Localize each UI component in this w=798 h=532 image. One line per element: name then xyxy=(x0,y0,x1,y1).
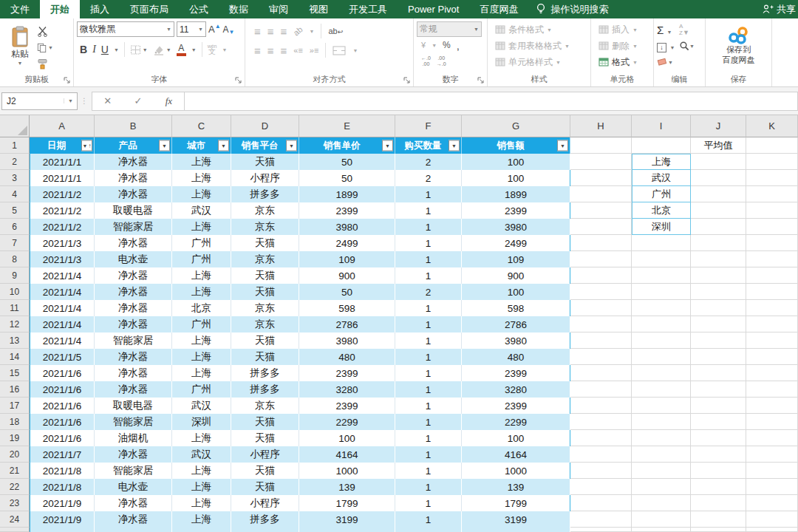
table-header-cell-产品[interactable]: 产品▼ xyxy=(95,137,172,154)
align-left-button[interactable]: ≡ xyxy=(254,44,261,57)
row-header-2[interactable]: 2 xyxy=(0,154,30,170)
cell-B4[interactable]: 净水器 xyxy=(95,186,172,202)
cell-K23[interactable] xyxy=(746,495,798,511)
cell-C4[interactable]: 上海 xyxy=(172,186,231,202)
cell-A11[interactable]: 2021/1/4 xyxy=(30,300,95,316)
cell-H17[interactable] xyxy=(570,398,632,414)
wrap-text-button[interactable]: ab↩ xyxy=(328,27,343,35)
clipboard-dialog-launcher[interactable] xyxy=(63,76,72,85)
cell-C15[interactable]: 上海 xyxy=(172,365,231,381)
cell-D11[interactable]: 京东 xyxy=(231,300,299,316)
column-header-C[interactable]: C xyxy=(172,115,231,137)
row-header-15[interactable]: 15 xyxy=(0,365,30,381)
cell-G18[interactable]: 2299 xyxy=(462,414,570,430)
cell-E6[interactable]: 3980 xyxy=(299,219,395,235)
column-header-G[interactable]: G xyxy=(462,115,570,137)
cell-I6[interactable]: 深圳 xyxy=(632,219,691,235)
cell-E19[interactable]: 100 xyxy=(299,430,395,446)
cell-E12[interactable]: 2786 xyxy=(299,316,395,332)
percent-style-button[interactable]: % xyxy=(443,40,451,50)
cell-A19[interactable]: 2021/1/6 xyxy=(30,430,95,446)
row-header-16[interactable]: 16 xyxy=(0,381,30,398)
increase-decimal-button[interactable]: ←.0.00 xyxy=(421,55,431,66)
column-header-H[interactable]: H xyxy=(570,115,632,137)
cell-C19[interactable]: 上海 xyxy=(172,430,231,446)
cell-E18[interactable]: 2299 xyxy=(299,414,395,430)
row-header-3[interactable]: 3 xyxy=(0,170,30,186)
align-right-button[interactable]: ≡ xyxy=(281,44,287,57)
cell-G20[interactable]: 4164 xyxy=(462,446,570,463)
cell-C8[interactable]: 广州 xyxy=(172,251,231,267)
cell-E3[interactable]: 50 xyxy=(299,170,395,186)
cell-I11[interactable] xyxy=(632,300,691,316)
cell-J4[interactable] xyxy=(691,186,746,202)
cell-J5[interactable] xyxy=(691,202,746,219)
cell-F20[interactable]: 1 xyxy=(395,446,462,463)
row-header-9[interactable]: 9 xyxy=(0,267,30,284)
cell-E8[interactable]: 109 xyxy=(299,251,395,267)
column-header-D[interactable]: D xyxy=(231,115,299,137)
cell-K25[interactable] xyxy=(746,528,798,532)
cell-G15[interactable]: 2399 xyxy=(462,365,570,381)
cell-E20[interactable]: 4164 xyxy=(299,446,395,463)
cell-H24[interactable] xyxy=(570,511,632,528)
cell-H14[interactable] xyxy=(570,349,632,365)
cell-K5[interactable] xyxy=(746,202,798,219)
cell-I9[interactable] xyxy=(632,267,691,284)
cell-J18[interactable] xyxy=(691,414,746,430)
cell-F19[interactable]: 1 xyxy=(395,430,462,446)
cell-G22[interactable]: 139 xyxy=(462,479,570,495)
cell-B16[interactable]: 净水器 xyxy=(95,381,172,398)
cell-E9[interactable]: 900 xyxy=(299,267,395,284)
cell-G11[interactable]: 598 xyxy=(462,300,570,316)
cell-F3[interactable]: 2 xyxy=(395,170,462,186)
cell-J9[interactable] xyxy=(691,267,746,284)
cell-B2[interactable]: 净水器 xyxy=(95,154,172,170)
column-header-A[interactable]: A xyxy=(30,115,95,137)
cell-F7[interactable]: 1 xyxy=(395,235,462,251)
cell-G21[interactable]: 1000 xyxy=(462,463,570,479)
number-format-combo[interactable]: 常规 ▼ xyxy=(417,21,482,37)
cell-K3[interactable] xyxy=(746,170,798,186)
format-painter-button[interactable] xyxy=(37,57,53,70)
cell-I17[interactable] xyxy=(632,398,691,414)
cell-G25[interactable] xyxy=(462,528,570,532)
filter-button-产品[interactable]: ▼ xyxy=(159,140,170,151)
cell-A20[interactable]: 2021/1/7 xyxy=(30,446,95,463)
styles-buttons-1[interactable]: 套用表格格式▼ xyxy=(491,38,587,54)
tab-百度网盘[interactable]: 百度网盘 xyxy=(469,0,528,18)
cell-D10[interactable]: 天猫 xyxy=(231,284,299,300)
cell-F12[interactable]: 1 xyxy=(395,316,462,332)
cell-D8[interactable]: 京东 xyxy=(231,251,299,267)
cell-D13[interactable]: 天猫 xyxy=(231,332,299,349)
cell-G19[interactable]: 100 xyxy=(462,430,570,446)
cell-D7[interactable]: 天猫 xyxy=(231,235,299,251)
cell-A24[interactable]: 2021/1/9 xyxy=(30,511,95,528)
cell-B25[interactable] xyxy=(95,528,172,532)
comma-style-button[interactable]: , xyxy=(457,39,460,52)
filter-button-购买数量[interactable]: ▼ xyxy=(449,140,460,151)
cell-D14[interactable]: 天猫 xyxy=(231,349,299,365)
cell-E16[interactable]: 3280 xyxy=(299,381,395,398)
cell-K16[interactable] xyxy=(746,381,798,398)
cell-B6[interactable]: 智能家居 xyxy=(95,219,172,235)
row-header-25[interactable] xyxy=(0,528,30,532)
table-header-cell-销售平台[interactable]: 销售平台▼ xyxy=(231,137,299,154)
cell-E22[interactable]: 139 xyxy=(299,479,395,495)
cell-C14[interactable]: 上海 xyxy=(172,349,231,365)
row-header-21[interactable]: 21 xyxy=(0,463,30,479)
cell-E4[interactable]: 1899 xyxy=(299,186,395,202)
row-header-5[interactable]: 5 xyxy=(0,202,30,219)
cell-C13[interactable]: 上海 xyxy=(172,332,231,349)
cell-J12[interactable] xyxy=(691,316,746,332)
cell-B7[interactable]: 净水器 xyxy=(95,235,172,251)
tab-Power Pivot[interactable]: Power Pivot xyxy=(398,0,469,18)
cell-G5[interactable]: 2399 xyxy=(462,202,570,219)
font-color-button[interactable]: A xyxy=(177,44,186,56)
cell-B20[interactable]: 净水器 xyxy=(95,446,172,463)
insert-function-button[interactable]: fx xyxy=(154,95,184,107)
cell-H3[interactable] xyxy=(570,170,632,186)
cell-G4[interactable]: 1899 xyxy=(462,186,570,202)
cell-B19[interactable]: 油烟机 xyxy=(95,430,172,446)
font-size-combo[interactable]: 11 ▼ xyxy=(177,21,206,37)
